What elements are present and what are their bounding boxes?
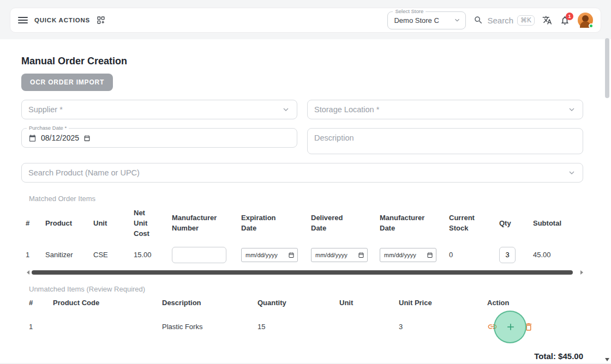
page-title: Manual Order Creation — [21, 56, 583, 67]
calendar-icon[interactable] — [358, 252, 364, 258]
order-total: Total: $45.00 — [21, 351, 583, 361]
global-search[interactable]: Search ⌘K — [474, 15, 535, 26]
chevron-down-icon — [567, 168, 576, 177]
purchase-date-label: Purchase Date * — [27, 125, 69, 131]
column-header: # — [29, 299, 53, 307]
column-header: Product Code — [53, 299, 162, 307]
notification-bell-icon[interactable]: 1 — [560, 15, 570, 26]
manual-order-creation-page: Manual Order Creation OCR ORDER IMPORT S… — [0, 39, 611, 363]
scroll-right-arrow[interactable] — [580, 270, 583, 275]
calendar-icon[interactable] — [427, 252, 433, 258]
column-header: Unit — [93, 219, 134, 229]
translate-icon[interactable] — [542, 15, 552, 25]
column-header: Current Stock — [449, 213, 482, 234]
unmatched-items-section-title: Unmatched Items (Review Required) — [29, 285, 583, 293]
manufacturer-number-input[interactable] — [172, 247, 226, 263]
online-status-dot — [589, 23, 594, 28]
column-header: Manufacturer Date — [380, 213, 434, 234]
column-header: Unit — [339, 299, 399, 307]
store-select-label: Select Store — [393, 8, 426, 14]
current-stock-value: 0 — [449, 251, 499, 259]
search-label: Search — [487, 16, 513, 25]
supplier-placeholder: Supplier * — [28, 105, 281, 114]
unmatched-items-table: # Product Code Description Quantity Unit… — [29, 299, 583, 336]
horizontal-scrollbar[interactable] — [27, 270, 583, 275]
column-header: Expiration Date — [241, 213, 284, 234]
column-header: Manufacturer Number — [172, 213, 226, 234]
calendar-icon — [28, 134, 37, 142]
vertical-scrollbar[interactable] — [603, 0, 611, 364]
scroll-left-arrow[interactable] — [27, 270, 29, 275]
column-header: Net Unit Cost — [134, 208, 160, 239]
matched-items-table: # Product Unit Net Unit Cost Manufacture… — [26, 208, 583, 275]
search-product-select[interactable]: Search Product (Name or UPC) — [21, 163, 583, 183]
date-placeholder: mm/dd/yyyy — [315, 252, 355, 258]
description-value: Plastic Forks — [162, 323, 257, 331]
purchase-date-field[interactable]: Purchase Date * 08/12/2025 — [21, 128, 297, 148]
unit-price-value: 3 — [399, 323, 487, 331]
search-shortcut-badge: ⌘K — [517, 15, 535, 26]
quick-actions-button[interactable]: QUICK ACTIONS — [34, 17, 90, 23]
order-form: Supplier * Storage Location * Purchase D… — [21, 100, 583, 154]
chevron-down-icon — [281, 105, 290, 114]
ocr-order-import-button[interactable]: OCR ORDER IMPORT — [21, 74, 113, 91]
column-header: Quantity — [257, 299, 339, 307]
column-header: Unit Price — [399, 299, 487, 307]
date-picker-icon[interactable] — [83, 135, 91, 142]
description-placeholder: Description — [314, 134, 354, 142]
product-name: Sanitizer — [45, 251, 93, 259]
store-select-value: Demo Store C — [394, 16, 453, 25]
scrollbar-track[interactable] — [32, 270, 578, 275]
matched-items-section-title: Matched Order Items — [29, 195, 583, 203]
storage-location-select[interactable]: Storage Location * — [307, 100, 583, 119]
topbar-right-group: Select Store Demo Store C Search ⌘K 1 — [387, 11, 593, 29]
store-select-dropdown[interactable]: Select Store Demo Store C — [387, 11, 466, 29]
add-icon[interactable] — [505, 321, 516, 332]
storage-location-placeholder: Storage Location * — [314, 105, 567, 114]
column-header: Qty — [499, 219, 533, 229]
table-row: 1 Plastic Forks 15 3 — [29, 318, 583, 336]
date-placeholder: mm/dd/yyyy — [384, 252, 424, 258]
net-unit-cost-value: 15.00 — [134, 251, 172, 259]
dashboard-customize-icon[interactable] — [97, 16, 105, 25]
purchase-date-value: 08/12/2025 — [41, 134, 79, 142]
date-placeholder: mm/dd/yyyy — [245, 252, 285, 258]
supplier-select[interactable]: Supplier * — [21, 100, 297, 119]
top-navigation-bar: QUICK ACTIONS Select Store Demo Store C … — [10, 8, 601, 33]
column-header: Subtotal — [533, 219, 583, 229]
link-icon[interactable] — [487, 321, 498, 332]
menu-icon[interactable] — [18, 17, 28, 23]
search-product-placeholder: Search Product (Name or UPC) — [28, 168, 567, 177]
table-row: 1 Sanitizer CSE 15.00 mm/dd/yyyy mm/dd/y… — [26, 247, 583, 263]
column-header: Action — [487, 299, 583, 307]
subtotal-value: 45.00 — [533, 251, 583, 259]
row-number: 1 — [29, 323, 53, 331]
row-number: 1 — [26, 251, 45, 259]
delete-icon[interactable] — [524, 322, 534, 332]
action-cell — [487, 318, 583, 336]
manufacturer-date-input[interactable]: mm/dd/yyyy — [380, 248, 436, 262]
matched-items-header-row: # Product Unit Net Unit Cost Manufacture… — [26, 208, 583, 239]
scrollbar-thumb[interactable] — [32, 270, 573, 275]
unit-value: CSE — [93, 251, 134, 259]
chevron-down-icon — [453, 16, 461, 24]
column-header: Product — [45, 219, 93, 229]
column-header: Description — [162, 299, 257, 307]
column-header: # — [26, 219, 45, 229]
quantity-value: 15 — [257, 323, 339, 331]
notification-count-badge: 1 — [566, 13, 573, 20]
description-textarea[interactable]: Description — [307, 128, 583, 154]
scroll-down-arrow[interactable] — [605, 358, 609, 361]
delivered-date-input[interactable]: mm/dd/yyyy — [311, 248, 368, 262]
chevron-down-icon — [567, 105, 576, 114]
scrollbar-thumb[interactable] — [605, 38, 609, 98]
unmatched-items-header-row: # Product Code Description Quantity Unit… — [29, 299, 583, 307]
column-header: Delivered Date — [311, 213, 350, 234]
quantity-input[interactable] — [499, 247, 516, 263]
search-icon — [474, 15, 483, 25]
user-avatar[interactable] — [578, 13, 593, 28]
calendar-icon[interactable] — [288, 252, 295, 258]
expiration-date-input[interactable]: mm/dd/yyyy — [241, 248, 298, 262]
